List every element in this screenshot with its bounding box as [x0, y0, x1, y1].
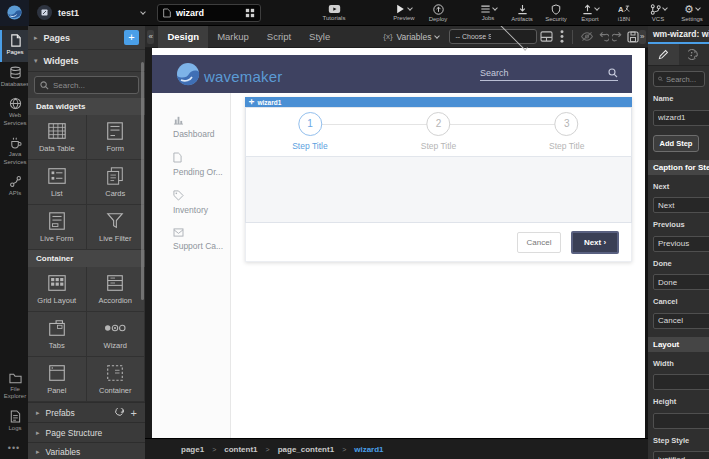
wavemaker-logo[interactable] [0, 0, 29, 26]
tab-style[interactable]: Style [300, 26, 339, 48]
widget-search-input[interactable] [53, 81, 133, 90]
tab-design[interactable]: Design [158, 26, 208, 48]
artifacts-button[interactable]: Artifacts [505, 0, 539, 26]
rail-item-file-explorer[interactable]: File Explorer [0, 368, 28, 406]
wizard-step-2[interactable]: 2 Step Title [421, 112, 456, 151]
tag-icon [173, 190, 184, 201]
nav-item-inventory[interactable]: Inventory [152, 190, 230, 215]
breadcrumb-page-content1[interactable]: page_content1 [278, 445, 334, 454]
rail-item-pages[interactable]: Pages [0, 30, 28, 62]
widget-item-grid-layout[interactable]: Grid Layout [28, 267, 87, 312]
wizard-steps: 1 Step Title 2 Step Title 3 Step Title [245, 107, 632, 157]
wizard-widget-name: wizard1 [257, 99, 281, 106]
canvas-toolbar: « Design Markup Script Style {x} Variabl… [145, 26, 648, 48]
width-field-label: Width [653, 359, 709, 368]
variables-section-header[interactable]: ▸ Variables [28, 442, 145, 459]
tutorials-button[interactable]: Tutorials [317, 0, 351, 26]
project-switcher[interactable]: test1 [37, 5, 145, 20]
more-options-button[interactable] [556, 29, 568, 45]
layout-split-button[interactable] [540, 29, 553, 45]
widgets-section-header[interactable]: ▾ Widgets [28, 50, 145, 72]
pages-section-header[interactable]: ▸ Pages + [28, 26, 145, 50]
redo-button[interactable] [612, 29, 624, 45]
tab-styles[interactable] [679, 44, 709, 65]
name-field[interactable] [653, 110, 709, 126]
wizard-selection-bar[interactable]: ✛ wizard1 [245, 97, 632, 107]
widget-item-list[interactable]: List [28, 160, 87, 205]
rail-item-apis[interactable]: APIs [0, 171, 28, 203]
save-button[interactable] [627, 29, 639, 45]
add-step-button[interactable]: Add Step [653, 135, 699, 152]
widget-item-wizard[interactable]: Wizard [87, 312, 146, 357]
rail-item-databases[interactable]: Databases [0, 62, 28, 94]
i18n-button[interactable]: A i18N [607, 0, 641, 26]
add-page-button[interactable]: + [124, 30, 139, 45]
data-widgets-section-title: Data widgets [28, 98, 145, 115]
widget-item-live-filter[interactable]: Live Filter [87, 205, 146, 250]
wizard-step-content[interactable] [245, 157, 632, 223]
variables-menu[interactable]: {x} Variables [383, 32, 439, 42]
step-style-field[interactable] [653, 451, 709, 459]
dashboard-chart-icon [173, 115, 184, 125]
tab-properties[interactable] [648, 44, 679, 65]
rail-item-web-services[interactable]: Web Services [0, 93, 28, 132]
props-search-input[interactable] [666, 75, 700, 84]
widget-item-panel[interactable]: Panel [28, 357, 87, 402]
widget-item-cards[interactable]: Cards [87, 160, 146, 205]
done-field[interactable] [653, 274, 709, 290]
nav-item-dashboard[interactable]: Dashboard [152, 115, 230, 139]
add-prefab-button[interactable]: + [131, 407, 137, 419]
tab-markup[interactable]: Markup [208, 26, 258, 48]
undo-button[interactable] [597, 29, 609, 45]
design-canvas[interactable]: wavemaker Dashboard Pending Or... Invent… [152, 48, 645, 438]
collapse-panel-button[interactable]: « [147, 30, 154, 44]
preview-button[interactable]: Preview [387, 0, 421, 26]
cancel-field[interactable] [653, 313, 709, 329]
vcs-button[interactable]: VCS [641, 0, 675, 26]
width-field[interactable] [653, 374, 709, 390]
deploy-button[interactable]: Deploy [421, 0, 455, 26]
name-field-label: Name [653, 94, 709, 103]
settings-button[interactable]: ⚙ Settings [675, 0, 709, 26]
rail-more-button[interactable]: ••• [0, 437, 28, 459]
widget-item-form[interactable]: Form [87, 115, 146, 160]
collapse-props-button[interactable]: » [639, 30, 646, 44]
previous-field[interactable] [653, 236, 709, 252]
container-section-title: Container [28, 250, 145, 267]
rail-item-logs[interactable]: Logs [0, 406, 28, 438]
height-field[interactable] [653, 413, 709, 429]
widget-item-data-table[interactable]: Data Table [28, 115, 87, 160]
grid-apps-icon[interactable] [245, 8, 255, 18]
security-button[interactable]: Security [539, 0, 573, 26]
open-page-tab[interactable]: wizard [157, 4, 261, 22]
page-structure-section-header[interactable]: ▸ Page Structure [28, 422, 145, 442]
nav-item-support-cases[interactable]: Support Ca... [152, 228, 230, 251]
export-button[interactable]: Export [573, 0, 607, 26]
refresh-icon[interactable] [115, 408, 125, 418]
screen-size-select[interactable]: -- Choose Screen Size -- [449, 29, 537, 44]
widget-item-live-form[interactable]: Live Form [28, 205, 87, 250]
widget-item-container[interactable]: Container [87, 357, 146, 402]
widget-item-accordion[interactable]: Accordion [87, 267, 146, 312]
widget-search [28, 72, 145, 98]
wizard-step-3[interactable]: 3 Step Title [549, 112, 584, 151]
hide-widgets-button[interactable] [580, 29, 594, 45]
breadcrumb-content1[interactable]: content1 [224, 445, 257, 454]
rail-item-java-services[interactable]: Java Services [0, 132, 28, 171]
next-field[interactable] [653, 197, 709, 213]
breadcrumb-wizard1[interactable]: wizard1 [354, 445, 383, 454]
wizard-next-button[interactable]: Next › [571, 231, 619, 254]
jobs-button[interactable]: Jobs [471, 0, 505, 26]
wizard-widget[interactable]: ✛ wizard1 1 Step Title 2 Step Title 3 St… [245, 97, 632, 262]
app-search-input[interactable] [480, 68, 608, 78]
nav-item-pending-orders[interactable]: Pending Or... [152, 152, 230, 177]
panel-scrollbar[interactable] [141, 62, 144, 300]
widget-item-tabs[interactable]: Tabs [28, 312, 87, 357]
tab-script[interactable]: Script [258, 26, 300, 48]
wizard-cancel-button[interactable]: Cancel [517, 232, 561, 253]
app-search[interactable] [480, 68, 618, 81]
wizard-step-1[interactable]: 1 Step Title [292, 112, 327, 151]
breadcrumb-page1[interactable]: page1 [181, 445, 204, 454]
next-field-label: Next [653, 182, 709, 191]
prefabs-section-header[interactable]: ▸ Prefabs + [28, 402, 145, 422]
